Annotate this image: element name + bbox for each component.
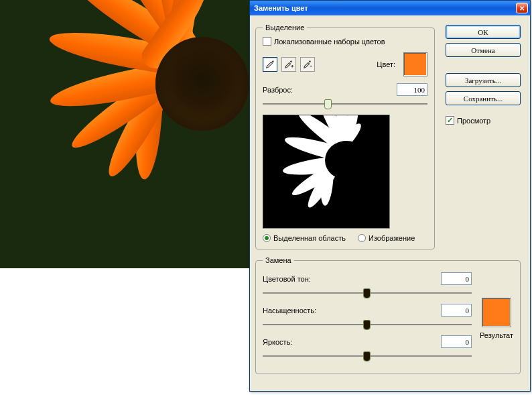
eyedropper-add-tool[interactable] [281,57,296,72]
close-icon: ✕ [519,5,525,12]
replacement-group: Замена Цветовой тон: Насыщенность: [255,256,521,374]
radio-selection[interactable]: Выделенная область [263,234,346,242]
color-label: Цвет: [377,60,395,68]
radio-selection-label: Выделенная область [273,234,346,242]
replace-color-dialog: Заменить цвет ✕ Выделение Локализованные… [249,0,531,392]
dialog-title: Заменить цвет [254,4,516,12]
selection-group: Выделение Локализованные наборы цветов Ц… [255,23,435,249]
localized-clusters-checkbox[interactable]: Локализованные наборы цветов [263,37,427,46]
radio-icon [263,234,271,242]
fuzziness-label: Разброс: [263,86,336,94]
fuzziness-slider[interactable] [263,99,427,111]
selection-preview [263,115,390,229]
hue-label: Цветовой тон: [263,275,336,283]
fuzziness-input[interactable] [397,83,427,96]
radio-image[interactable]: Изображение [358,234,415,242]
titlebar[interactable]: Заменить цвет ✕ [250,1,530,15]
eyedropper-subtract-tool[interactable] [300,57,315,72]
ok-button[interactable]: ОК [446,25,521,39]
result-label: Результат [480,331,513,339]
saturation-slider[interactable] [263,319,472,331]
eyedropper-icon [265,60,275,69]
localized-clusters-label: Локализованные наборы цветов [274,38,385,46]
load-button[interactable]: Загрузить... [446,73,521,87]
hue-slider[interactable] [263,288,472,300]
selection-color-swatch[interactable] [403,52,427,76]
replacement-legend: Замена [263,256,294,264]
saturation-input[interactable] [441,304,472,317]
checkbox-icon [263,37,271,46]
lightness-input[interactable] [441,335,472,348]
result-color-swatch[interactable] [482,298,511,327]
lightness-label: Яркость: [263,338,336,346]
document-image [0,0,249,268]
preview-checkbox-label: Просмотр [457,117,490,125]
selection-legend: Выделение [263,23,307,32]
radio-image-label: Изображение [369,234,415,242]
eyedropper-plus-icon [284,60,293,69]
checkbox-icon [446,116,454,125]
save-button[interactable]: Сохранить... [446,91,521,105]
eyedropper-tool[interactable] [263,57,277,72]
preview-checkbox[interactable]: Просмотр [446,116,521,125]
saturation-label: Насыщенность: [263,306,336,315]
cancel-button[interactable]: Отмена [446,43,521,57]
eyedropper-minus-icon [303,60,312,69]
hue-input[interactable] [441,272,472,285]
radio-icon [358,234,366,242]
lightness-slider[interactable] [263,351,472,363]
close-button[interactable]: ✕ [516,3,528,13]
